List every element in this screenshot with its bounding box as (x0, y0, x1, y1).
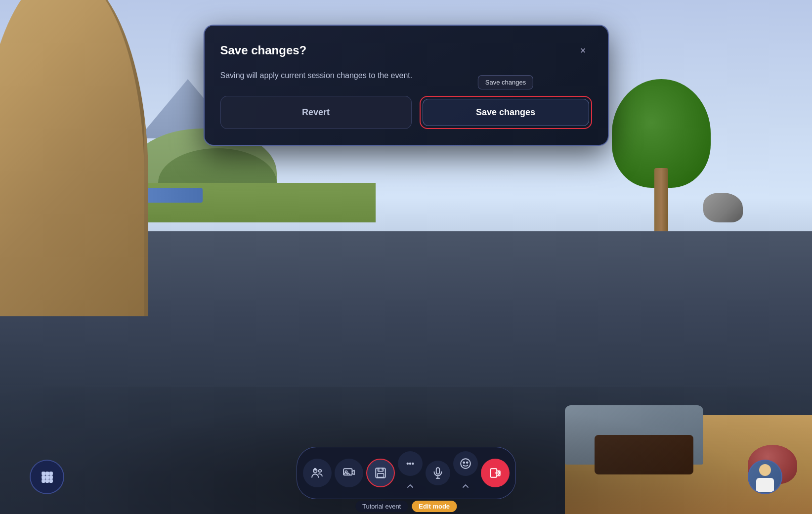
revert-button[interactable]: Revert (220, 96, 412, 129)
toolbar-pill (297, 447, 516, 499)
bottom-toolbar (297, 447, 516, 499)
emoji-caret[interactable] (457, 477, 474, 495)
modal-overlay: Save changes? × Saving will apply curren… (0, 0, 812, 514)
save-changes-container: Save changes Save changes (420, 96, 592, 129)
svg-rect-5 (49, 476, 52, 478)
avatar-head (759, 464, 771, 476)
leave-button[interactable] (481, 459, 510, 487)
svg-point-27 (466, 462, 468, 464)
save-icon (374, 467, 387, 479)
svg-rect-1 (46, 472, 48, 474)
close-button[interactable]: × (574, 42, 592, 59)
modal-actions: Revert Save changes Save changes (220, 96, 592, 129)
svg-point-10 (318, 470, 321, 472)
save-changes-button[interactable]: Save changes (423, 99, 589, 126)
media-button[interactable] (335, 459, 363, 487)
svg-rect-2 (49, 472, 52, 474)
svg-rect-8 (49, 479, 52, 482)
save-tooltip: Save changes (478, 75, 533, 89)
more-button[interactable] (398, 451, 423, 476)
mic-button[interactable] (426, 461, 450, 485)
mic-group (426, 461, 450, 485)
emoji-icon (459, 457, 472, 470)
svg-rect-3 (42, 476, 44, 478)
status-bar: Tutorial event Edit mode (355, 501, 457, 512)
svg-rect-22 (436, 468, 439, 474)
more-caret[interactable] (401, 477, 419, 495)
modal-body: Saving will apply current session change… (220, 69, 592, 82)
emoji-group (453, 451, 478, 495)
svg-point-25 (461, 459, 470, 469)
event-label: Tutorial event (355, 501, 408, 512)
menu-button[interactable] (30, 460, 64, 494)
avatar-figure (753, 462, 777, 492)
leave-icon (489, 467, 502, 479)
svg-point-20 (409, 463, 411, 465)
svg-rect-6 (42, 479, 44, 482)
svg-rect-0 (42, 472, 44, 474)
avatar-button[interactable] (748, 460, 782, 494)
more-icon (406, 459, 415, 468)
svg-rect-16 (377, 473, 384, 477)
modal-description: Saving will apply current session change… (220, 69, 592, 82)
grid-icon (41, 471, 53, 483)
save-dialog: Save changes? × Saving will apply curren… (204, 25, 609, 146)
svg-rect-7 (46, 479, 48, 482)
chevron-up-icon-2 (463, 484, 469, 488)
chevron-up-icon (407, 484, 413, 488)
mic-icon (431, 467, 444, 479)
close-icon: × (580, 45, 586, 56)
svg-point-21 (412, 463, 413, 465)
people-icon (311, 467, 324, 479)
svg-point-19 (407, 463, 408, 465)
modal-header: Save changes? × (220, 42, 592, 59)
svg-point-11 (314, 469, 316, 470)
modal-title: Save changes? (220, 43, 307, 57)
avatar-body (756, 478, 774, 492)
media-icon (342, 467, 355, 479)
svg-point-26 (463, 462, 465, 464)
svg-rect-4 (46, 476, 48, 478)
mode-badge: Edit mode (412, 501, 457, 512)
save-button[interactable] (366, 459, 395, 487)
emoji-button[interactable] (453, 451, 478, 476)
more-group (398, 451, 423, 495)
people-button[interactable] (303, 459, 332, 487)
